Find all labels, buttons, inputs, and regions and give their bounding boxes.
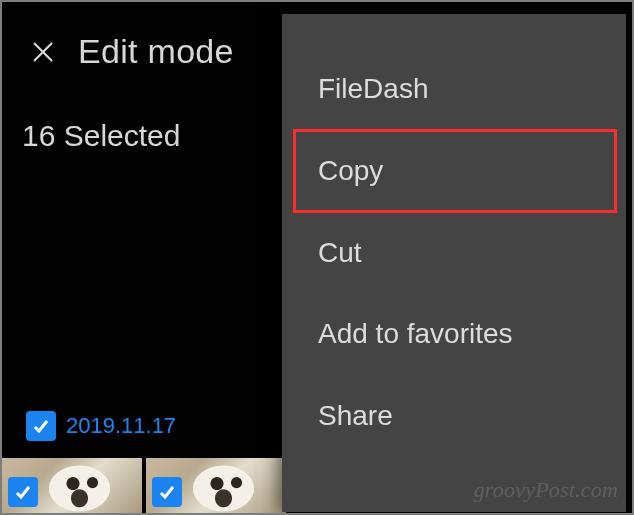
thumbnail-row xyxy=(2,458,286,513)
checkbox-checked-icon[interactable] xyxy=(152,477,182,507)
page-title: Edit mode xyxy=(78,32,234,71)
date-group[interactable]: 2019.11.17 xyxy=(26,411,176,441)
menu-item-cut[interactable]: Cut xyxy=(282,212,626,294)
menu-item-filedash[interactable]: FileDash xyxy=(282,48,626,130)
thumbnail-item[interactable] xyxy=(146,458,286,513)
checkbox-checked-icon[interactable] xyxy=(8,477,38,507)
menu-item-add-to-favorites[interactable]: Add to favorites xyxy=(282,293,626,375)
menu-item-copy[interactable]: Copy xyxy=(294,130,616,212)
thumbnail-item[interactable] xyxy=(2,458,142,513)
context-menu: FileDash Copy Cut Add to favorites Share xyxy=(282,14,626,512)
checkbox-checked-icon[interactable] xyxy=(26,411,56,441)
date-label: 2019.11.17 xyxy=(66,413,176,439)
menu-item-share[interactable]: Share xyxy=(282,375,626,457)
close-icon[interactable] xyxy=(30,39,56,65)
